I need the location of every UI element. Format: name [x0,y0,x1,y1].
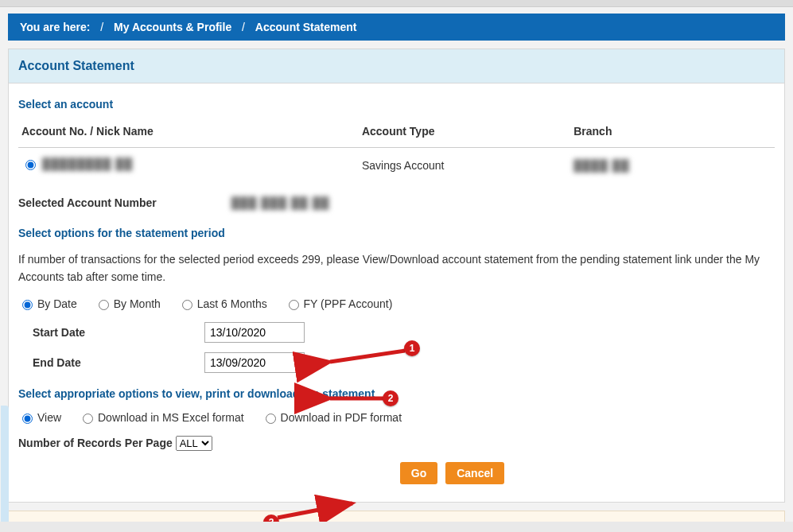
cancel-button[interactable]: Cancel [445,462,504,484]
col-header-type: Account Type [359,122,570,148]
section-select-account-title: Select an account [18,98,775,111]
records-label: Number of Records Per Page [18,437,173,449]
end-date-input[interactable] [204,352,305,373]
view-option-view[interactable]: View [18,411,61,424]
panel-title: Account Statement [9,49,784,83]
period-fy-radio[interactable] [289,300,299,310]
table-row: ████████ ██ Savings Account ████ ██ [18,148,775,180]
account-radio[interactable] [25,160,36,170]
footer-strip [8,511,785,522]
period-fy[interactable]: FY (PPF Account) [285,297,393,310]
excel-radio-label: Download in MS Excel format [98,411,244,424]
breadcrumb-item-accounts[interactable]: My Accounts & Profile [114,21,231,33]
view-radios: View Download in MS Excel format Downloa… [18,411,775,426]
selected-account-row: Selected Account Number ███ ███ ██ ██ [18,196,775,209]
records-row: Number of Records Per Page ALL [18,436,775,451]
excel-radio[interactable] [83,414,93,424]
selected-account-label: Selected Account Number [18,196,157,209]
section-period-title: Select options for the statement period [18,227,775,239]
pdf-radio-label: Download in PDF format [281,411,402,424]
period-by-month-radio[interactable] [99,300,109,310]
breadcrumb-prefix: You are here: [20,21,90,33]
records-select[interactable]: ALL [176,436,212,451]
period-last6-radio[interactable] [182,300,192,310]
period-note: If number of transactions for the select… [18,250,775,286]
view-option-excel[interactable]: Download in MS Excel format [79,411,244,424]
period-last6-label: Last 6 Months [197,297,267,310]
pdf-radio[interactable] [266,414,276,424]
annotation-badge-2: 2 [383,390,398,406]
annotation-badge-1: 1 [404,340,420,356]
period-fy-label: FY (PPF Account) [304,297,393,310]
left-tab-decor [1,406,9,522]
end-date-label: End Date [18,356,204,369]
view-radio[interactable] [22,414,33,424]
start-date-input[interactable] [204,322,305,343]
start-date-row: Start Date [18,322,775,343]
breadcrumb-sep: / [242,21,245,33]
period-by-month[interactable]: By Month [95,297,161,310]
top-strip [0,0,793,7]
account-number-masked: ████████ ██ [42,157,133,170]
go-button[interactable]: Go [400,462,437,484]
col-header-account: Account No. / Nick Name [18,122,359,148]
view-radio-label: View [37,411,61,424]
breadcrumb-item-statement[interactable]: Account Statement [255,21,357,33]
action-buttons: Go Cancel [18,462,775,484]
period-by-date[interactable]: By Date [18,297,77,310]
main-panel: Account Statement Select an account Acco… [8,49,785,503]
account-radio-label[interactable]: ████████ ██ [21,157,133,170]
period-radios: By Date By Month Last 6 Months FY (PPF A… [18,297,775,313]
account-type-cell: Savings Account [359,148,570,180]
breadcrumb: You are here: / My Accounts & Profile / … [8,14,785,41]
period-by-date-radio[interactable] [22,300,33,310]
selected-account-value: ███ ███ ██ ██ [231,196,330,209]
period-by-date-label: By Date [37,297,77,310]
branch-masked: ████ ██ [573,159,629,172]
breadcrumb-sep: / [100,21,103,33]
col-header-branch: Branch [570,122,775,148]
period-by-month-label: By Month [114,297,161,310]
view-option-pdf[interactable]: Download in PDF format [262,411,402,424]
start-date-label: Start Date [18,326,204,339]
account-table: Account No. / Nick Name Account Type Bra… [18,122,775,179]
period-last6[interactable]: Last 6 Months [178,297,267,310]
end-date-row: End Date [18,352,775,373]
